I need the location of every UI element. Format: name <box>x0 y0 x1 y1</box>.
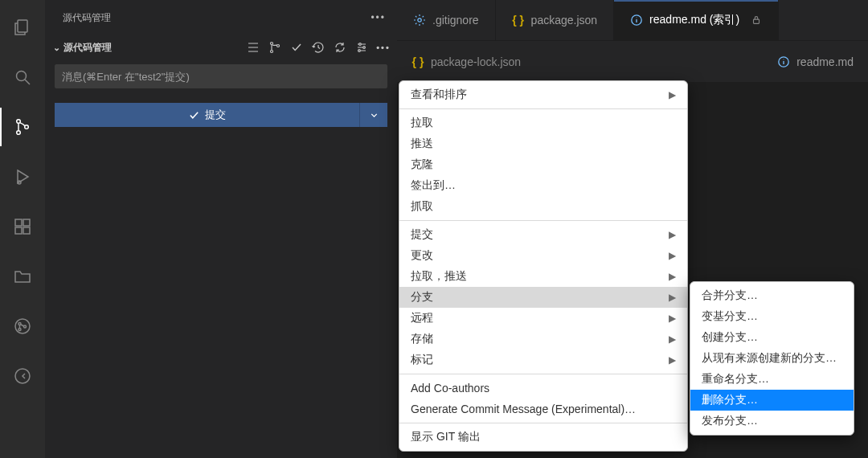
tab-gitignore[interactable]: .gitignore <box>397 0 496 40</box>
activity-scm[interactable] <box>3 108 42 146</box>
braces-icon: { } <box>411 55 424 68</box>
menu-item[interactable]: 显示 GIT 输出 <box>399 427 687 448</box>
svg-point-15 <box>271 43 273 45</box>
svg-point-11 <box>18 323 21 325</box>
svg-point-10 <box>15 319 30 333</box>
menu-item-label: 显示 GIT 输出 <box>411 430 481 444</box>
activity-bar <box>0 0 45 458</box>
menu-item-label: 签出到… <box>411 178 456 193</box>
submenu-arrow-icon: ▶ <box>669 292 676 303</box>
commit-button-label: 提交 <box>205 108 226 122</box>
activity-run[interactable] <box>3 157 42 196</box>
history-button[interactable] <box>311 40 326 55</box>
svg-point-4 <box>25 125 29 129</box>
menu-item[interactable]: 标记▶ <box>399 350 687 370</box>
activity-extensions[interactable] <box>3 207 42 246</box>
submenu-item-label: 删除分支… <box>702 393 758 407</box>
submenu-item[interactable]: 发布分支… <box>690 411 854 431</box>
menu-item[interactable]: Add Co-authors <box>399 378 687 399</box>
menu-item-label: Add Co-authors <box>411 382 489 395</box>
submenu-item-label: 发布分支… <box>702 414 758 428</box>
menu-item[interactable]: 签出到… <box>399 175 687 196</box>
activity-remote[interactable] <box>3 357 42 395</box>
activity-search[interactable] <box>3 58 42 96</box>
submenu-item[interactable]: 创建分支… <box>690 327 854 348</box>
activity-git-graph[interactable] <box>3 307 42 346</box>
menu-item[interactable]: 更改▶ <box>399 245 687 266</box>
submenu-item-label: 变基分支… <box>702 309 758 324</box>
settings-sliders-button[interactable] <box>354 40 369 55</box>
menu-item[interactable]: 查看和排序▶ <box>399 84 687 105</box>
tab-label: .gitignore <box>432 14 479 27</box>
files-icon <box>13 18 32 37</box>
scm-icon <box>13 117 32 137</box>
menu-separator <box>399 423 687 423</box>
activity-explorer[interactable] <box>3 8 42 47</box>
remote-icon <box>13 366 32 386</box>
scm-section-header[interactable]: ⌄ 源代码管理 ••• <box>45 35 397 59</box>
braces-icon: { } <box>512 14 525 27</box>
branch-button[interactable] <box>268 40 282 55</box>
menu-item-label: 拉取 <box>411 116 433 130</box>
lock-icon <box>751 14 762 26</box>
svg-rect-7 <box>15 227 22 234</box>
tab-package-lock[interactable]: { } package-lock.json <box>397 41 535 82</box>
submenu-item-label: 重命名分支… <box>702 372 769 386</box>
search-icon <box>13 67 32 87</box>
editor-tabs-row2: { } package-lock.json readme.md <box>397 40 868 82</box>
menu-item-label: 抓取 <box>411 199 433 214</box>
svg-point-16 <box>271 51 273 53</box>
menu-item[interactable]: 推送 <box>399 133 687 154</box>
submenu-arrow-icon: ▶ <box>669 333 676 345</box>
submenu-item[interactable]: 从现有来源创建新的分支… <box>690 348 854 369</box>
submenu-item-label: 合并分支… <box>702 288 758 303</box>
tab-readme[interactable]: readme.md <box>755 41 868 82</box>
menu-item[interactable]: 存储▶ <box>399 329 687 350</box>
submenu-item[interactable]: 删除分支… <box>690 390 854 411</box>
submenu-item[interactable]: 重命名分支… <box>690 369 854 390</box>
submenu-item[interactable]: 变基分支… <box>690 306 854 327</box>
settings-gear-icon <box>413 14 426 27</box>
tab-label: package-lock.json <box>431 55 521 68</box>
commit-dropdown-button[interactable] <box>360 103 387 127</box>
menu-item-label: 提交 <box>411 227 433 242</box>
tab-readme-index[interactable]: readme.md (索引) <box>614 0 779 40</box>
sidebar-more-button[interactable]: ••• <box>371 12 386 23</box>
submenu-item[interactable]: 合并分支… <box>690 285 854 306</box>
menu-item[interactable]: 抓取 <box>399 196 687 217</box>
menu-item[interactable]: 远程▶ <box>399 308 687 329</box>
menu-item-label: 远程 <box>411 311 433 325</box>
svg-point-1 <box>17 72 27 81</box>
svg-point-18 <box>359 43 362 46</box>
menu-item[interactable]: 克隆 <box>399 154 687 175</box>
commit-button[interactable]: 提交 <box>55 103 360 127</box>
svg-rect-9 <box>23 219 30 226</box>
sidebar-header: 源代码管理 ••• <box>45 0 397 35</box>
svg-point-3 <box>17 131 21 135</box>
activity-folder[interactable] <box>3 257 42 296</box>
submenu-arrow-icon: ▶ <box>669 354 676 366</box>
chevron-down-icon: ⌄ <box>53 43 60 53</box>
view-tree-button[interactable] <box>246 40 260 55</box>
git-graph-icon <box>13 317 32 336</box>
svg-rect-23 <box>754 19 760 23</box>
scm-more-button[interactable]: ••• <box>376 40 391 55</box>
sidebar-title: 源代码管理 <box>63 11 111 25</box>
menu-item[interactable]: 拉取 <box>399 112 687 133</box>
refresh-button[interactable] <box>333 40 347 55</box>
menu-separator <box>399 220 687 221</box>
svg-point-17 <box>277 45 280 47</box>
menu-item-label: 存储 <box>411 332 433 346</box>
commit-message-input[interactable] <box>55 64 387 88</box>
tab-package-json[interactable]: { } package.json <box>496 0 615 40</box>
menu-separator <box>399 374 687 374</box>
menu-item[interactable]: 分支▶ <box>399 287 687 308</box>
svg-point-12 <box>18 329 21 331</box>
menu-item-label: 查看和排序 <box>411 88 467 102</box>
svg-point-20 <box>358 50 361 52</box>
menu-item-label: 分支 <box>411 290 433 305</box>
menu-item[interactable]: Generate Commit Message (Experimental)… <box>399 399 687 419</box>
menu-item[interactable]: 提交▶ <box>399 224 687 245</box>
menu-item[interactable]: 拉取，推送▶ <box>399 266 687 287</box>
commit-check-button[interactable] <box>289 40 304 55</box>
